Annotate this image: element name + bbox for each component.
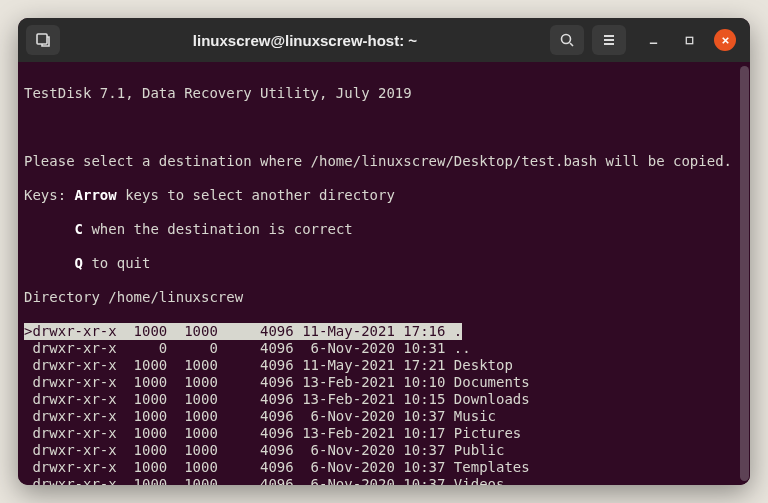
- scrollbar-thumb[interactable]: [740, 66, 749, 481]
- window-controls: [642, 29, 736, 51]
- directory-line: Directory /home/linuxscrew: [24, 289, 746, 306]
- list-item[interactable]: drwxr-xr-x 1000 1000 4096 11-May-2021 17…: [24, 357, 746, 374]
- key-c: C: [75, 221, 83, 237]
- current-dir: /home/linuxscrew: [108, 289, 243, 305]
- list-item[interactable]: drwxr-xr-x 1000 1000 4096 6-Nov-2020 10:…: [24, 408, 746, 425]
- list-item[interactable]: drwxr-xr-x 1000 1000 4096 6-Nov-2020 10:…: [24, 459, 746, 476]
- terminal-content[interactable]: TestDisk 7.1, Data Recovery Utility, Jul…: [18, 62, 750, 485]
- minimize-button[interactable]: [642, 29, 664, 51]
- svg-rect-2: [686, 37, 692, 43]
- keys-line-c: C when the destination is correct: [24, 221, 746, 238]
- window-title: linuxscrew@linuxscrew-host: ~: [68, 32, 542, 49]
- key-q: Q: [75, 255, 83, 271]
- file-path: /home/linuxscrew/Desktop/test.bash: [311, 153, 598, 169]
- list-item[interactable]: drwxr-xr-x 1000 1000 4096 6-Nov-2020 10:…: [24, 476, 746, 485]
- keys-line-arrow: Keys: Arrow keys to select another direc…: [24, 187, 746, 204]
- list-item[interactable]: drwxr-xr-x 1000 1000 4096 13-Feb-2021 10…: [24, 374, 746, 391]
- svg-point-1: [562, 35, 571, 44]
- close-button[interactable]: [714, 29, 736, 51]
- keys-line-q: Q to quit: [24, 255, 746, 272]
- scrollbar[interactable]: [740, 66, 749, 481]
- svg-rect-0: [37, 34, 47, 44]
- prompt-line: Please select a destination where /home/…: [24, 153, 746, 170]
- list-item[interactable]: drwxr-xr-x 0 0 4096 6-Nov-2020 10:31 ..: [24, 340, 746, 357]
- list-item[interactable]: >drwxr-xr-x 1000 1000 4096 11-May-2021 1…: [24, 323, 746, 340]
- list-item[interactable]: drwxr-xr-x 1000 1000 4096 13-Feb-2021 10…: [24, 425, 746, 442]
- app-header: TestDisk 7.1, Data Recovery Utility, Jul…: [24, 85, 746, 102]
- list-item[interactable]: drwxr-xr-x 1000 1000 4096 6-Nov-2020 10:…: [24, 442, 746, 459]
- terminal-window: linuxscrew@linuxscrew-host: ~ TestDisk: [18, 18, 750, 485]
- menu-button[interactable]: [592, 25, 626, 55]
- new-tab-button[interactable]: [26, 25, 60, 55]
- search-button[interactable]: [550, 25, 584, 55]
- titlebar: linuxscrew@linuxscrew-host: ~: [18, 18, 750, 62]
- list-item[interactable]: drwxr-xr-x 1000 1000 4096 13-Feb-2021 10…: [24, 391, 746, 408]
- maximize-button[interactable]: [678, 29, 700, 51]
- key-arrow: Arrow: [75, 187, 117, 203]
- blank-line: [24, 119, 746, 136]
- file-listing[interactable]: >drwxr-xr-x 1000 1000 4096 11-May-2021 1…: [24, 323, 746, 485]
